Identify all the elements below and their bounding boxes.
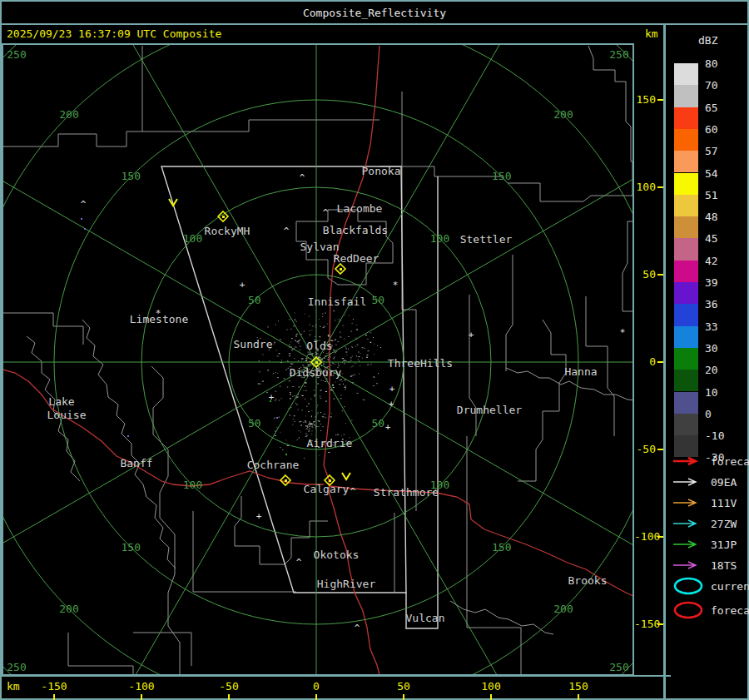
ground-clutter-speck [290,392,291,393]
ground-clutter-speck [359,352,360,353]
ground-clutter-speck [333,358,335,359]
ground-clutter-speck [370,332,371,333]
obs-station-marker: + [256,511,262,522]
obs-station-marker: + [269,392,275,403]
ground-clutter-speck [345,346,346,347]
ground-clutter-speck [312,330,313,330]
ground-clutter-speck [292,396,293,397]
ground-clutter-speck [314,390,315,390]
ground-clutter-speck [352,323,353,324]
town-label: Strathmore [374,486,439,499]
obs-station-marker: ^ [323,207,329,218]
colorbar-swatch [674,85,698,107]
ground-clutter-speck [289,355,290,356]
ground-clutter-speck [290,364,292,365]
window-titlebar[interactable]: Composite_Reflectivity [2,2,747,23]
ground-clutter-speck [322,314,324,315]
ground-clutter-speck [289,415,290,415]
legend-item-label: 31JP [711,539,737,551]
radar-map-canvas: 5050505010010010010015015015015020020020… [3,45,632,674]
ground-clutter-speck [306,358,307,359]
ground-clutter-speck [309,421,310,422]
ground-clutter-speck [259,360,260,361]
ground-clutter-speck [333,350,334,350]
colorbar-swatch [674,326,698,348]
ground-clutter-speck [310,424,311,424]
legend-item-18TS: 18TS [672,554,737,576]
ground-clutter-speck [310,364,311,365]
ground-clutter-speck [274,342,275,343]
ground-clutter-speck [366,357,368,358]
ground-clutter-speck [312,427,313,428]
ground-clutter-speck [290,407,291,408]
ground-clutter-speck [338,363,339,364]
ground-clutter-speck [310,399,311,400]
ground-clutter-speck [344,434,345,435]
ground-clutter-speck [276,427,277,428]
ground-clutter-speck [370,364,371,365]
ground-clutter-speck [350,360,352,361]
ground-clutter-speck [299,438,300,439]
ground-clutter-speck [268,326,269,327]
ground-clutter-speck [294,358,295,359]
ground-clutter-speck [356,325,357,325]
ground-clutter-speck [329,360,330,361]
ground-clutter-speck [378,373,379,374]
ground-clutter-speck [295,335,297,336]
ground-clutter-speck [366,355,368,355]
ground-clutter-speck [337,341,339,342]
ground-clutter-speck [290,398,291,399]
obs-station-marker: * [393,280,399,290]
ground-clutter-speck [310,426,310,427]
ground-clutter-speck [340,398,342,399]
ground-clutter-speck [350,376,352,377]
ground-clutter-speck [362,347,364,348]
county-boundary-line [3,120,379,146]
ground-clutter-speck [319,455,320,456]
bottom-distance-axis: -150-100-50050100150 [0,676,671,700]
ground-clutter-speck [320,398,321,399]
right-axis-tick [657,274,663,276]
ground-clutter-speck [308,411,310,412]
ground-clutter-speck [342,381,343,382]
ground-clutter-speck [336,345,337,345]
ground-clutter-speck [295,346,295,347]
colorbar-swatch [674,392,698,414]
colorbar-swatch [674,304,698,325]
ground-clutter-speck [295,313,295,314]
colorbar-legend-panel: dBZ 807065605754514845423936333020100-10… [671,24,749,700]
ground-clutter-speck [320,430,321,431]
ground-clutter-speck [345,387,346,388]
colorbar-swatch [674,129,698,151]
ground-clutter-speck [310,325,310,325]
colorbar-swatch [674,173,698,195]
radar-map-display[interactable]: 5050505010010010010015015015015020020020… [2,43,634,676]
ground-clutter-speck [292,386,294,387]
ground-clutter-speck [289,344,290,345]
ellipse-glyph [675,578,702,593]
ground-clutter-speck [365,335,367,335]
ground-clutter-speck [348,336,350,337]
ground-clutter-speck [314,424,315,425]
ground-clutter-speck [342,325,344,326]
ground-clutter-speck [314,355,315,356]
ground-clutter-speck [324,414,325,415]
ground-clutter-speck [323,380,324,381]
weak-echo-dot [127,435,129,437]
ground-clutter-speck [312,326,314,327]
right-axis-tick [657,449,663,450]
ground-clutter-speck [310,330,310,331]
ground-clutter-speck [328,336,329,337]
ground-clutter-speck [296,405,298,405]
ground-clutter-speck [328,335,330,335]
ground-clutter-speck [357,345,359,345]
ground-clutter-speck [323,364,325,365]
right-axis-tick [657,186,663,188]
ground-clutter-speck [345,385,346,386]
ground-clutter-speck [335,340,336,340]
ground-clutter-speck [311,410,312,411]
ground-clutter-speck [359,360,360,361]
ground-clutter-speck [299,387,300,388]
ground-clutter-speck [296,347,297,348]
ground-clutter-speck [263,355,264,355]
